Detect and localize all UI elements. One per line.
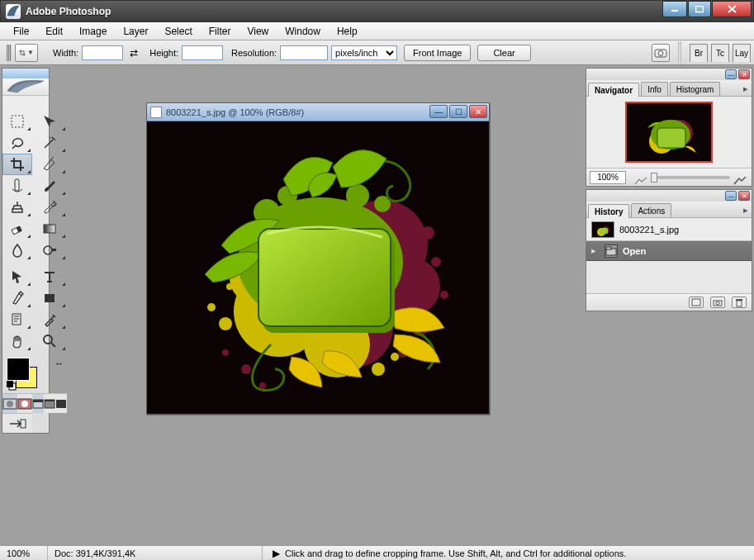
menu-edit[interactable]: Edit bbox=[37, 23, 71, 40]
svg-rect-16 bbox=[7, 381, 13, 387]
gradient-tool[interactable] bbox=[32, 218, 67, 240]
crop-tool[interactable] bbox=[2, 154, 32, 175]
palette-well-tab-toolpresets[interactable]: Tc bbox=[711, 44, 729, 62]
history-panel-menu-button[interactable]: ▸ bbox=[743, 205, 748, 216]
window-title: Adobe Photoshop bbox=[26, 6, 111, 17]
document-maximize-button[interactable]: ☐ bbox=[449, 105, 467, 118]
svg-point-3 bbox=[658, 50, 663, 55]
menubar: File Edit Image Layer Select Filter View… bbox=[0, 22, 754, 40]
front-image-button[interactable]: Front Image bbox=[404, 45, 471, 61]
eyedropper-tool[interactable] bbox=[32, 309, 67, 330]
document-minimize-button[interactable]: — bbox=[429, 105, 448, 118]
tab-histogram[interactable]: Histogram bbox=[670, 82, 721, 96]
document-titlebar[interactable]: 8003221_s.jpg @ 100% (RGB/8#) — ☐ ✕ bbox=[147, 103, 489, 121]
default-colors-button[interactable] bbox=[6, 380, 17, 392]
move-tool[interactable] bbox=[32, 111, 67, 132]
path-selection-tool[interactable] bbox=[2, 266, 32, 287]
history-brush-tool[interactable] bbox=[32, 197, 67, 218]
resolution-units-select[interactable]: pixels/inch bbox=[331, 45, 397, 60]
open-icon bbox=[605, 244, 618, 258]
slice-tool[interactable] bbox=[32, 154, 67, 175]
menu-filter[interactable]: Filter bbox=[201, 23, 239, 40]
clone-stamp-tool[interactable] bbox=[2, 197, 32, 218]
crop-tool-preset-dropdown[interactable]: ▼ bbox=[15, 44, 38, 62]
blur-tool[interactable] bbox=[2, 240, 32, 261]
fullscreen-menubar-mode-button[interactable] bbox=[44, 393, 55, 413]
menu-view[interactable]: View bbox=[239, 23, 277, 40]
history-close-button[interactable]: ✕ bbox=[738, 191, 750, 201]
shape-tool[interactable] bbox=[32, 287, 67, 309]
standard-screen-mode-button[interactable] bbox=[32, 393, 44, 413]
svg-rect-60 bbox=[600, 228, 608, 234]
svg-rect-67 bbox=[736, 299, 742, 301]
navigator-minimize-button[interactable]: — bbox=[725, 69, 737, 79]
brush-tool[interactable] bbox=[32, 175, 67, 197]
palette-well-separator bbox=[678, 41, 681, 64]
document-close-button[interactable]: ✕ bbox=[469, 105, 487, 118]
navigator-panel-menu-button[interactable]: ▸ bbox=[743, 83, 748, 94]
window-maximize-button[interactable] bbox=[688, 1, 711, 17]
tab-info[interactable]: Info bbox=[641, 82, 668, 96]
svg-rect-57 bbox=[657, 128, 685, 148]
height-input[interactable] bbox=[182, 45, 223, 60]
status-zoom[interactable]: 100% bbox=[0, 546, 48, 560]
zoom-in-icon[interactable] bbox=[733, 173, 747, 182]
history-minimize-button[interactable]: — bbox=[725, 191, 737, 201]
go-to-bridge-icon[interactable] bbox=[652, 44, 670, 62]
navigator-close-button[interactable]: ✕ bbox=[738, 69, 750, 79]
window-close-button[interactable] bbox=[712, 1, 752, 17]
lasso-tool[interactable] bbox=[2, 132, 32, 154]
quick-mask-mode-button[interactable] bbox=[17, 393, 32, 413]
toolbox-titlebar[interactable] bbox=[2, 69, 49, 78]
foreground-color-swatch[interactable] bbox=[7, 358, 29, 380]
magic-wand-tool[interactable] bbox=[32, 132, 67, 154]
palette-well-tab-layercomps[interactable]: Lay bbox=[733, 44, 751, 62]
type-tool[interactable] bbox=[32, 266, 67, 287]
pen-tool[interactable] bbox=[2, 287, 32, 309]
tab-actions[interactable]: Actions bbox=[631, 203, 671, 217]
rectangular-marquee-tool[interactable] bbox=[2, 111, 32, 132]
notes-tool[interactable] bbox=[2, 309, 32, 330]
workspace: ↔ 8003221_s.jpg @ 100% (RGB/8#) — ☐ ✕ bbox=[0, 65, 754, 545]
width-input[interactable] bbox=[82, 45, 123, 60]
menu-layer[interactable]: Layer bbox=[115, 23, 156, 40]
hand-tool[interactable] bbox=[2, 330, 32, 352]
status-doc-info[interactable]: Doc: 391,4K/391,4K bbox=[48, 546, 263, 560]
clear-button[interactable]: Clear bbox=[477, 45, 530, 61]
svg-point-35 bbox=[241, 364, 251, 374]
history-snapshot-row[interactable]: 8003221_s.jpg bbox=[586, 218, 752, 241]
menu-help[interactable]: Help bbox=[329, 23, 366, 40]
eraser-tool[interactable] bbox=[2, 218, 32, 240]
navigator-zoom-input[interactable] bbox=[590, 171, 626, 184]
menu-file[interactable]: File bbox=[5, 23, 37, 40]
zoom-tool[interactable] bbox=[32, 330, 67, 352]
jump-to-imageready-button[interactable] bbox=[2, 413, 32, 433]
resolution-input[interactable] bbox=[280, 45, 328, 60]
healing-brush-tool[interactable] bbox=[2, 175, 32, 197]
menu-image[interactable]: Image bbox=[71, 23, 115, 40]
zoom-out-icon[interactable] bbox=[634, 173, 647, 182]
navigator-zoom-slider[interactable] bbox=[651, 176, 730, 179]
palette-well-tab-brushes[interactable]: Br bbox=[690, 44, 708, 62]
window-minimize-button[interactable] bbox=[662, 1, 687, 17]
history-snapshot-thumbnail bbox=[591, 221, 614, 238]
menu-window[interactable]: Window bbox=[277, 23, 329, 40]
menu-select[interactable]: Select bbox=[156, 23, 200, 40]
history-snapshot-label: 8003221_s.jpg bbox=[619, 225, 679, 235]
standard-mode-button[interactable] bbox=[2, 393, 17, 413]
svg-point-42 bbox=[219, 317, 232, 330]
dodge-tool[interactable] bbox=[32, 240, 67, 261]
fullscreen-mode-button[interactable] bbox=[55, 393, 67, 413]
history-brush-source-icon[interactable]: ▸ bbox=[591, 245, 600, 256]
history-state-row[interactable]: ▸ Open bbox=[586, 241, 752, 261]
delete-state-button[interactable] bbox=[732, 297, 747, 308]
canvas[interactable] bbox=[147, 121, 489, 414]
tab-history[interactable]: History bbox=[588, 204, 629, 218]
new-snapshot-button[interactable] bbox=[710, 297, 725, 308]
swap-colors-button[interactable]: ↔ bbox=[55, 358, 64, 368]
navigator-thumbnail[interactable] bbox=[625, 102, 713, 163]
tab-navigator[interactable]: Navigator bbox=[588, 83, 639, 97]
swap-width-height-button[interactable]: ⇄ bbox=[126, 45, 141, 60]
create-document-from-state-button[interactable] bbox=[689, 297, 704, 308]
options-grip[interactable] bbox=[7, 45, 12, 61]
